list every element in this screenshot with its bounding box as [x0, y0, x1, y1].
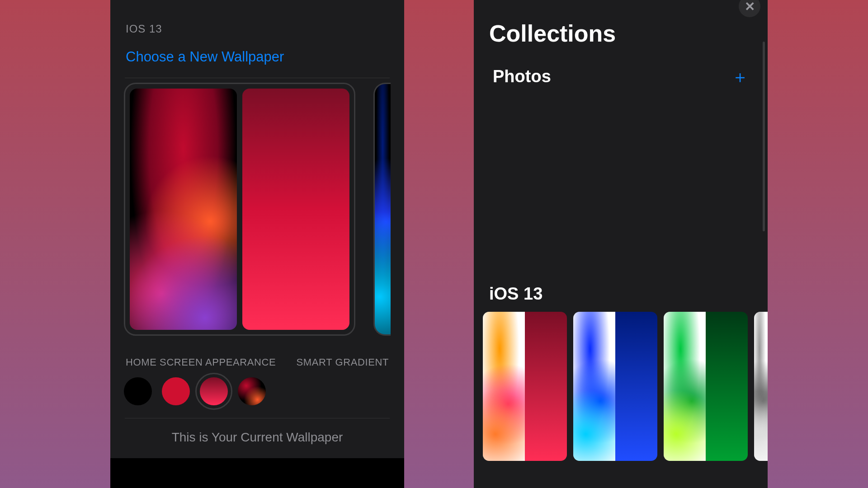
close-icon: ✕	[745, 0, 755, 14]
screenshot-right: ✕ Collections Photos ＋ iOS 13	[474, 0, 768, 488]
choose-wallpaper-row[interactable]: Choose a New Wallpaper	[110, 40, 404, 78]
lock-screen-preview	[130, 89, 237, 330]
wallpaper-preview-row	[110, 78, 404, 346]
screenshot-left: IOS 13 Choose a New Wallpaper HOME SCREE…	[110, 0, 404, 488]
ios13-thumbnails	[474, 312, 768, 461]
current-wallpaper-label: This is Your Current Wallpaper	[110, 418, 404, 458]
section-caption: IOS 13	[110, 6, 404, 40]
swatch-red-solid[interactable]	[162, 377, 190, 405]
home-appearance-label: HOME SCREEN APPEARANCE	[126, 357, 276, 368]
photos-row[interactable]: Photos ＋	[474, 53, 768, 91]
wallpaper-pair-selected[interactable]	[124, 83, 355, 336]
swatch-black[interactable]	[124, 377, 152, 405]
smart-gradient-label: SMART GRADIENT	[297, 357, 389, 368]
wallpaper-pair-next-peek[interactable]	[373, 83, 391, 336]
collections-title: Collections	[474, 0, 768, 53]
bottom-black	[110, 458, 404, 485]
wallpaper-thumb-blue[interactable]	[573, 312, 657, 461]
top-strip	[110, 0, 404, 6]
wallpaper-thumb-grey-peek[interactable]	[754, 312, 768, 461]
choose-wallpaper-link[interactable]: Choose a New Wallpaper	[110, 40, 404, 78]
photos-label: Photos	[493, 67, 551, 86]
ios13-section-label: iOS 13	[474, 281, 768, 312]
swatch-wallpaper-match[interactable]	[238, 377, 266, 405]
appearance-swatches	[110, 375, 404, 418]
swatch-red-gradient-selected[interactable]	[200, 377, 228, 405]
scroll-indicator[interactable]	[763, 42, 765, 231]
appearance-labels-row: HOME SCREEN APPEARANCE SMART GRADIENT	[110, 346, 404, 375]
add-photos-button[interactable]: ＋	[731, 68, 749, 85]
photos-empty-space	[474, 91, 768, 281]
wallpaper-thumb-red[interactable]	[483, 312, 567, 461]
wallpaper-thumb-green[interactable]	[664, 312, 748, 461]
home-screen-preview	[242, 89, 349, 330]
section-ios13: IOS 13	[110, 6, 404, 40]
